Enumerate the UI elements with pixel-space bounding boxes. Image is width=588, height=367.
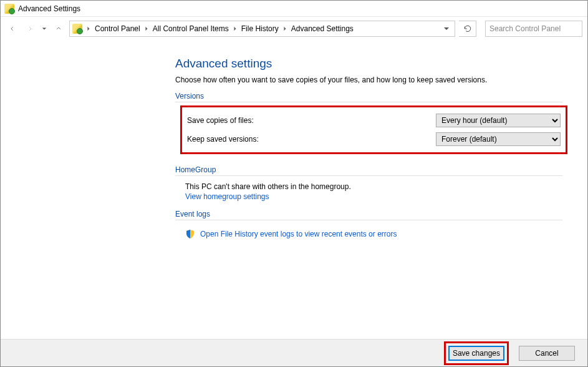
refresh-button[interactable] xyxy=(459,21,476,37)
chevron-down-icon xyxy=(443,26,450,32)
section-homegroup-body: This PC can't share with others in the h… xyxy=(175,177,562,205)
up-button[interactable] xyxy=(52,22,65,36)
save-copies-select[interactable]: Every hour (default) xyxy=(436,114,561,127)
nav-row: Control Panel All Control Panel Items Fi… xyxy=(1,17,587,41)
section-eventlogs-body: Open File History event logs to view rec… xyxy=(175,222,562,243)
chevron-right-icon[interactable] xyxy=(282,26,287,31)
section-versions-body: Save copies of files: Every hour (defaul… xyxy=(175,104,562,160)
eventlogs-link[interactable]: Open File History event logs to view rec… xyxy=(200,230,397,238)
breadcrumb-file-history[interactable]: File History xyxy=(239,24,281,33)
arrow-left-icon xyxy=(9,24,16,33)
breadcrumb-all-items[interactable]: All Control Panel Items xyxy=(150,24,231,33)
highlight-box-save: Save changes xyxy=(444,341,509,365)
homegroup-link[interactable]: View homegroup settings xyxy=(185,192,562,201)
chevron-down-icon xyxy=(42,26,47,31)
history-dropdown[interactable] xyxy=(41,22,48,36)
shield-icon xyxy=(185,229,195,239)
location-icon xyxy=(72,24,82,34)
keep-versions-label: Keep saved versions: xyxy=(187,135,436,144)
chevron-right-icon[interactable] xyxy=(233,26,238,31)
chevron-right-icon[interactable] xyxy=(86,26,91,31)
row-keep-versions: Keep saved versions: Forever (default) xyxy=(187,130,561,149)
arrow-right-icon xyxy=(27,24,33,33)
save-button[interactable]: Save changes xyxy=(448,346,504,361)
eventlogs-row: Open File History event logs to view rec… xyxy=(185,229,562,239)
section-versions-heading: Versions xyxy=(175,92,562,102)
title-bar: Advanced Settings xyxy=(1,1,587,17)
footer-bar: Save changes Cancel xyxy=(1,339,587,366)
address-bar[interactable]: Control Panel All Control Panel Items Fi… xyxy=(69,21,455,37)
breadcrumb-control-panel[interactable]: Control Panel xyxy=(92,24,143,33)
chevron-right-icon[interactable] xyxy=(144,26,149,31)
page-subtitle: Choose how often you want to save copies… xyxy=(175,76,562,84)
page-title: Advanced settings xyxy=(175,57,562,71)
back-button[interactable] xyxy=(6,22,19,36)
row-save-copies: Save copies of files: Every hour (defaul… xyxy=(187,111,561,130)
breadcrumb-advanced-settings[interactable]: Advanced Settings xyxy=(289,24,356,33)
cancel-button[interactable]: Cancel xyxy=(519,346,575,361)
refresh-icon xyxy=(463,24,472,33)
highlight-box: Save copies of files: Every hour (defaul… xyxy=(180,105,567,154)
save-copies-label: Save copies of files: xyxy=(187,116,436,125)
section-homegroup-heading: HomeGroup xyxy=(175,165,562,176)
arrow-up-icon xyxy=(55,24,62,33)
address-dropdown[interactable] xyxy=(441,21,452,36)
search-input[interactable] xyxy=(485,21,582,37)
forward-button[interactable] xyxy=(23,22,37,36)
keep-versions-select[interactable]: Forever (default) xyxy=(436,132,561,146)
app-icon xyxy=(4,4,14,14)
window-title: Advanced Settings xyxy=(18,4,80,13)
homegroup-text: This PC can't share with others in the h… xyxy=(185,182,562,191)
section-eventlogs-heading: Event logs xyxy=(175,210,562,220)
content-area: Advanced settings Choose how often you w… xyxy=(1,41,587,243)
